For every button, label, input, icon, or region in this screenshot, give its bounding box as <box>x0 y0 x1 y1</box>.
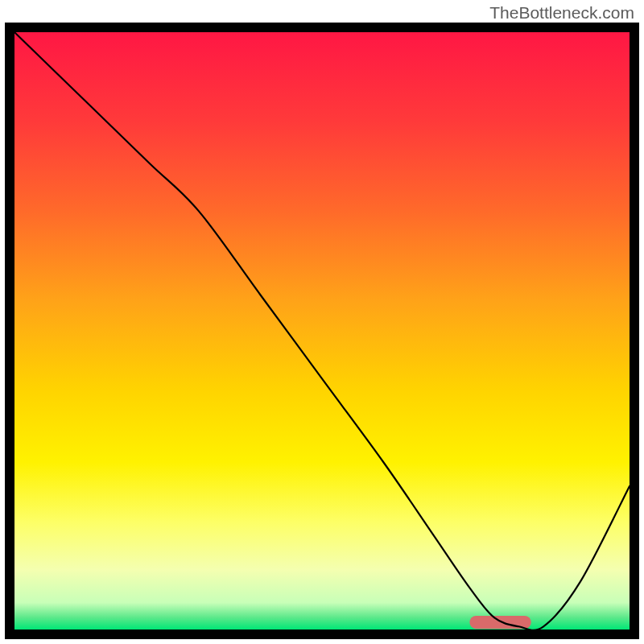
plot-area <box>10 27 634 634</box>
chart-svg <box>0 0 644 644</box>
chart-container: TheBottleneck.com <box>0 0 644 644</box>
watermark-text: TheBottleneck.com <box>489 3 634 23</box>
